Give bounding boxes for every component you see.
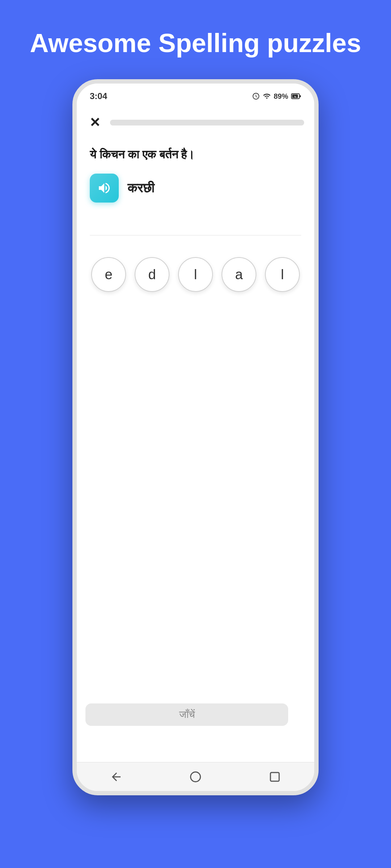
phone-mockup: 3:04 89% ✕: [72, 79, 319, 795]
letter-tiles-area: e d l a l: [84, 257, 307, 292]
app-content: ✕ ये किचन का एक बर्तन है। करछी: [77, 109, 314, 733]
letter-tile-a[interactable]: a: [222, 257, 256, 292]
check-button[interactable]: जाँचें: [85, 703, 288, 726]
question-text: ये किचन का एक बर्तन है।: [77, 136, 314, 170]
close-button[interactable]: ✕: [87, 115, 103, 131]
home-icon: [189, 770, 202, 783]
audio-section: करछी: [77, 170, 314, 213]
svg-rect-4: [270, 773, 279, 781]
letter-tile-l2[interactable]: l: [265, 257, 300, 292]
check-button-wrapper: जाँचें: [77, 703, 314, 733]
status-time: 3:04: [90, 91, 107, 101]
signal-icon: [263, 92, 271, 100]
phone-nav-bar: [77, 762, 314, 791]
word-hint: करछी: [127, 180, 154, 196]
status-icons: 89%: [252, 92, 301, 101]
nav-home-button[interactable]: [186, 768, 205, 786]
back-icon: [110, 770, 123, 783]
svg-rect-2: [300, 95, 301, 97]
progress-bar-fill: [110, 120, 304, 125]
letter-tile-e[interactable]: e: [91, 257, 126, 292]
hero-title: Awesome Spelling puzzles: [8, 29, 383, 58]
svg-point-3: [190, 772, 200, 782]
progress-bar-container: [110, 120, 304, 125]
alarm-icon: [252, 92, 260, 100]
letter-tile-l1[interactable]: l: [178, 257, 213, 292]
speaker-icon: [97, 181, 112, 195]
status-bar: 3:04 89%: [77, 84, 314, 109]
nav-recents-button[interactable]: [266, 768, 284, 786]
recents-icon: [268, 770, 281, 783]
battery-icon: [291, 93, 301, 99]
battery-text: 89%: [274, 92, 288, 101]
audio-button[interactable]: [90, 174, 119, 203]
app-header: ✕: [77, 109, 314, 136]
answer-divider: [90, 235, 301, 236]
nav-back-button[interactable]: [107, 768, 125, 786]
answer-area: e d l a l: [77, 213, 314, 703]
letter-tile-d[interactable]: d: [135, 257, 169, 292]
